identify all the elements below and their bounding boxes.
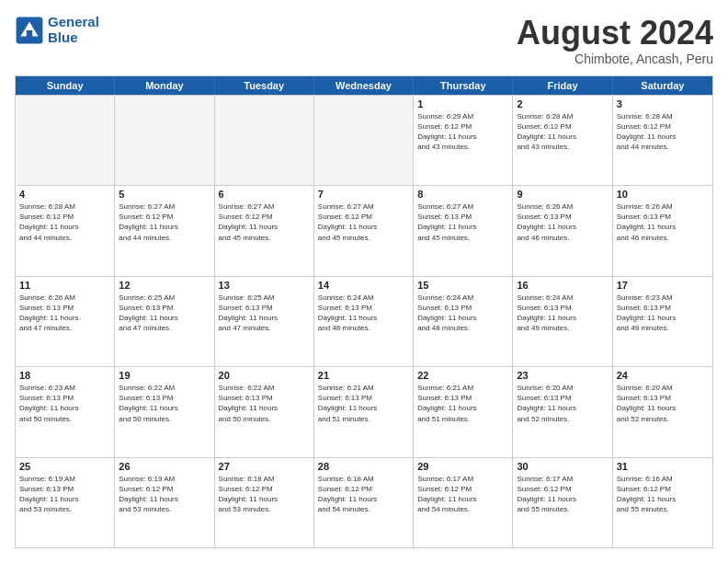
logo: General Blue [15,15,99,45]
subtitle: Chimbote, Ancash, Peru [517,52,713,66]
cal-cell-0-4: 1Sunrise: 6:29 AM Sunset: 6:12 PM Daylig… [414,96,513,185]
header-friday: Friday [513,76,612,95]
cell-content: Sunrise: 6:28 AM Sunset: 6:12 PM Dayligh… [517,111,608,153]
header-thursday: Thursday [414,76,513,95]
cell-content: Sunrise: 6:20 AM Sunset: 6:13 PM Dayligh… [517,383,608,424]
day-number: 4 [19,189,110,200]
cell-content: Sunrise: 6:22 AM Sunset: 6:13 PM Dayligh… [219,383,310,424]
cal-cell-3-1: 19Sunrise: 6:22 AM Sunset: 6:13 PM Dayli… [115,367,214,456]
cell-content: Sunrise: 6:19 AM Sunset: 6:12 PM Dayligh… [119,474,210,515]
cal-cell-0-1 [115,96,214,185]
day-number: 7 [318,189,409,200]
cal-cell-2-1: 12Sunrise: 6:25 AM Sunset: 6:13 PM Dayli… [115,277,214,366]
day-number: 11 [19,280,110,291]
day-number: 25 [19,461,110,472]
cal-row-4: 25Sunrise: 6:19 AM Sunset: 6:13 PM Dayli… [16,457,712,547]
title-block: August 2024 Chimbote, Ancash, Peru [517,15,713,66]
cell-content: Sunrise: 6:26 AM Sunset: 6:13 PM Dayligh… [19,293,110,334]
cal-cell-1-4: 8Sunrise: 6:27 AM Sunset: 6:13 PM Daylig… [414,186,513,275]
cal-cell-4-4: 29Sunrise: 6:17 AM Sunset: 6:12 PM Dayli… [414,458,513,547]
cal-cell-3-3: 21Sunrise: 6:21 AM Sunset: 6:13 PM Dayli… [314,367,414,456]
day-number: 10 [617,189,709,200]
day-number: 14 [318,280,409,291]
day-number: 31 [617,461,709,472]
day-number: 1 [417,98,508,109]
day-number: 22 [417,370,508,381]
cell-content: Sunrise: 6:22 AM Sunset: 6:13 PM Dayligh… [119,383,210,424]
day-number: 23 [517,370,608,381]
cal-cell-1-2: 6Sunrise: 6:27 AM Sunset: 6:12 PM Daylig… [215,186,314,275]
cell-content: Sunrise: 6:25 AM Sunset: 6:13 PM Dayligh… [119,293,210,334]
cal-cell-1-3: 7Sunrise: 6:27 AM Sunset: 6:12 PM Daylig… [314,186,414,275]
cal-cell-3-5: 23Sunrise: 6:20 AM Sunset: 6:13 PM Dayli… [513,367,612,456]
cal-row-1: 4Sunrise: 6:28 AM Sunset: 6:12 PM Daylig… [16,185,712,275]
day-number: 6 [219,189,310,200]
header-monday: Monday [115,76,214,95]
cell-content: Sunrise: 6:24 AM Sunset: 6:13 PM Dayligh… [318,293,409,334]
cell-content: Sunrise: 6:18 AM Sunset: 6:12 PM Dayligh… [219,474,310,515]
logo-icon [15,16,44,45]
cal-cell-0-0 [16,96,115,185]
cal-cell-4-6: 31Sunrise: 6:16 AM Sunset: 6:12 PM Dayli… [613,458,712,547]
day-number: 2 [517,98,608,109]
header-sunday: Sunday [16,76,115,95]
day-number: 21 [318,370,409,381]
cell-content: Sunrise: 6:21 AM Sunset: 6:13 PM Dayligh… [318,383,409,424]
cell-content: Sunrise: 6:25 AM Sunset: 6:13 PM Dayligh… [219,293,310,334]
cal-row-0: 1Sunrise: 6:29 AM Sunset: 6:12 PM Daylig… [16,95,712,185]
cell-content: Sunrise: 6:23 AM Sunset: 6:13 PM Dayligh… [19,383,110,424]
day-number: 27 [219,461,310,472]
cal-cell-2-6: 17Sunrise: 6:23 AM Sunset: 6:13 PM Dayli… [613,277,712,366]
cell-content: Sunrise: 6:19 AM Sunset: 6:13 PM Dayligh… [19,474,110,515]
day-number: 18 [19,370,110,381]
cell-content: Sunrise: 6:18 AM Sunset: 6:12 PM Dayligh… [318,474,409,515]
header-wednesday: Wednesday [314,76,414,95]
cal-cell-4-1: 26Sunrise: 6:19 AM Sunset: 6:12 PM Dayli… [115,458,214,547]
day-number: 3 [617,98,709,109]
day-number: 26 [119,461,210,472]
cell-content: Sunrise: 6:26 AM Sunset: 6:13 PM Dayligh… [617,201,709,243]
cell-content: Sunrise: 6:28 AM Sunset: 6:12 PM Dayligh… [19,201,110,243]
cell-content: Sunrise: 6:24 AM Sunset: 6:13 PM Dayligh… [417,293,508,334]
cal-cell-3-2: 20Sunrise: 6:22 AM Sunset: 6:13 PM Dayli… [215,367,314,456]
cell-content: Sunrise: 6:27 AM Sunset: 6:13 PM Dayligh… [417,201,508,243]
calendar-header: Sunday Monday Tuesday Wednesday Thursday… [16,76,712,95]
day-number: 24 [617,370,709,381]
day-number: 20 [219,370,310,381]
cal-cell-1-1: 5Sunrise: 6:27 AM Sunset: 6:12 PM Daylig… [115,186,214,275]
cal-cell-4-2: 27Sunrise: 6:18 AM Sunset: 6:12 PM Dayli… [215,458,314,547]
calendar: Sunday Monday Tuesday Wednesday Thursday… [15,75,713,548]
cal-cell-2-4: 15Sunrise: 6:24 AM Sunset: 6:13 PM Dayli… [414,277,513,366]
cell-content: Sunrise: 6:27 AM Sunset: 6:12 PM Dayligh… [119,201,210,243]
cal-cell-2-2: 13Sunrise: 6:25 AM Sunset: 6:13 PM Dayli… [215,277,314,366]
svg-rect-2 [27,30,32,40]
cell-content: Sunrise: 6:29 AM Sunset: 6:12 PM Dayligh… [417,111,508,153]
calendar-body: 1Sunrise: 6:29 AM Sunset: 6:12 PM Daylig… [16,95,712,547]
cal-row-3: 18Sunrise: 6:23 AM Sunset: 6:13 PM Dayli… [16,366,712,456]
cell-content: Sunrise: 6:27 AM Sunset: 6:12 PM Dayligh… [219,201,310,243]
cal-cell-2-3: 14Sunrise: 6:24 AM Sunset: 6:13 PM Dayli… [314,277,414,366]
cal-cell-3-0: 18Sunrise: 6:23 AM Sunset: 6:13 PM Dayli… [16,367,115,456]
cal-cell-0-3 [314,96,414,185]
logo-text: General Blue [48,15,99,45]
day-number: 12 [119,280,210,291]
cell-content: Sunrise: 6:20 AM Sunset: 6:13 PM Dayligh… [617,383,709,424]
cal-cell-0-2 [215,96,314,185]
cell-content: Sunrise: 6:17 AM Sunset: 6:12 PM Dayligh… [517,474,608,515]
day-number: 30 [517,461,608,472]
day-number: 28 [318,461,409,472]
day-number: 13 [219,280,310,291]
header: General Blue August 2024 Chimbote, Ancas… [15,15,713,66]
header-saturday: Saturday [613,76,712,95]
cal-cell-4-3: 28Sunrise: 6:18 AM Sunset: 6:12 PM Dayli… [314,458,414,547]
cal-cell-4-0: 25Sunrise: 6:19 AM Sunset: 6:13 PM Dayli… [16,458,115,547]
cal-cell-0-6: 3Sunrise: 6:28 AM Sunset: 6:12 PM Daylig… [613,96,712,185]
day-number: 5 [119,189,210,200]
cal-cell-2-5: 16Sunrise: 6:24 AM Sunset: 6:13 PM Dayli… [513,277,612,366]
main-title: August 2024 [517,15,713,52]
cell-content: Sunrise: 6:16 AM Sunset: 6:12 PM Dayligh… [617,474,709,515]
day-number: 9 [517,189,608,200]
cell-content: Sunrise: 6:26 AM Sunset: 6:13 PM Dayligh… [517,201,608,243]
cell-content: Sunrise: 6:27 AM Sunset: 6:12 PM Dayligh… [318,201,409,243]
cal-cell-0-5: 2Sunrise: 6:28 AM Sunset: 6:12 PM Daylig… [513,96,612,185]
